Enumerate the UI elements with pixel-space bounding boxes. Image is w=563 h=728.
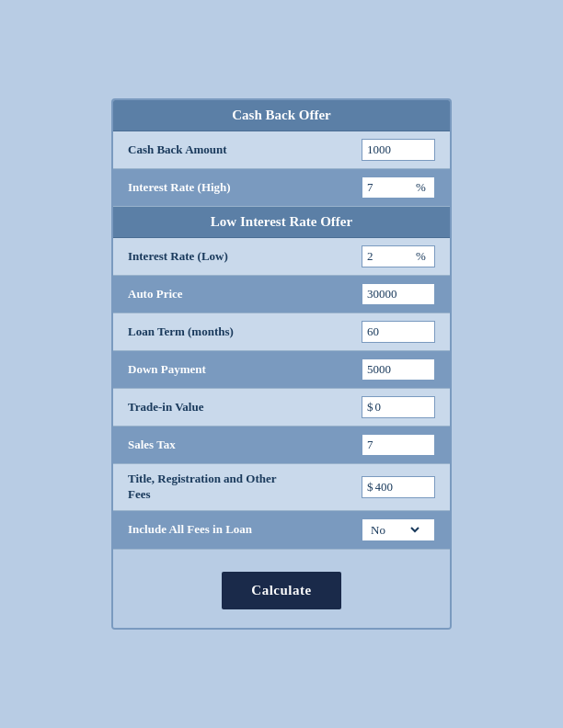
down-payment-row: Down Payment <box>113 351 450 389</box>
other-fees-prefix: $ <box>367 480 373 495</box>
include-fees-select[interactable]: No Yes <box>367 522 422 538</box>
interest-rate-low-label: Interest Rate (Low) <box>128 249 228 265</box>
down-payment-label: Down Payment <box>128 362 206 378</box>
calculate-button[interactable]: Calculate <box>222 572 340 609</box>
cash-back-amount-label: Cash Back Amount <box>128 142 227 158</box>
sales-tax-input-wrapper <box>362 434 435 456</box>
interest-rate-low-input[interactable] <box>367 249 413 264</box>
cash-back-amount-input-wrapper <box>362 139 435 161</box>
trade-in-value-input-wrapper: $ <box>362 396 435 418</box>
auto-price-row: Auto Price <box>113 276 450 313</box>
interest-rate-low-row: Interest Rate (Low) % <box>113 238 450 276</box>
loan-term-input[interactable] <box>367 324 413 339</box>
interest-rate-high-label: Interest Rate (High) <box>128 180 231 196</box>
lowinterest-header-label: Low Interest Rate Offer <box>211 214 352 229</box>
down-payment-input[interactable] <box>367 362 413 377</box>
loan-term-row: Loan Term (months) <box>113 313 450 351</box>
sales-tax-label: Sales Tax <box>128 438 176 453</box>
trade-in-value-prefix: $ <box>367 400 373 415</box>
cash-back-amount-input[interactable] <box>367 142 413 157</box>
sales-tax-row: Sales Tax <box>113 427 450 464</box>
trade-in-value-label: Trade-in Value <box>128 400 203 415</box>
cashback-header-label: Cash Back Offer <box>232 108 331 122</box>
sales-tax-input[interactable] <box>367 438 413 452</box>
interest-rate-high-input-wrapper: % <box>362 176 435 199</box>
other-fees-input[interactable] <box>375 480 421 495</box>
loan-term-label: Loan Term (months) <box>128 324 234 340</box>
trade-in-value-row: Trade-in Value $ <box>113 389 450 427</box>
trade-in-value-input[interactable] <box>375 400 421 415</box>
interest-rate-high-input[interactable] <box>367 180 413 195</box>
calculate-btn-wrapper: Calculate <box>113 550 450 628</box>
interest-rate-high-suffix: % <box>416 180 426 195</box>
interest-rate-high-row: Interest Rate (High) % <box>113 169 450 207</box>
cashback-section-header: Cash Back Offer <box>113 100 450 131</box>
other-fees-label: Title, Registration and Other Fees <box>128 472 293 503</box>
loan-term-input-wrapper <box>362 321 435 343</box>
include-fees-label: Include All Fees in Loan <box>128 522 252 538</box>
calculator-form: Cash Back Offer Cash Back Amount Interes… <box>111 98 452 630</box>
include-fees-row: Include All Fees in Loan No Yes <box>113 511 450 550</box>
other-fees-input-wrapper: $ <box>362 476 435 498</box>
auto-price-input-wrapper <box>362 283 435 305</box>
down-payment-input-wrapper <box>362 358 435 381</box>
auto-price-label: Auto Price <box>128 287 183 302</box>
calculate-btn-label: Calculate <box>251 583 311 597</box>
other-fees-row: Title, Registration and Other Fees $ <box>113 464 450 511</box>
interest-rate-low-input-wrapper: % <box>362 245 435 267</box>
interest-rate-low-suffix: % <box>416 249 426 264</box>
cash-back-amount-row: Cash Back Amount <box>113 131 450 169</box>
lowinterest-section-header: Low Interest Rate Offer <box>113 207 450 238</box>
auto-price-input[interactable] <box>367 287 413 301</box>
include-fees-select-wrapper: No Yes <box>362 518 435 541</box>
